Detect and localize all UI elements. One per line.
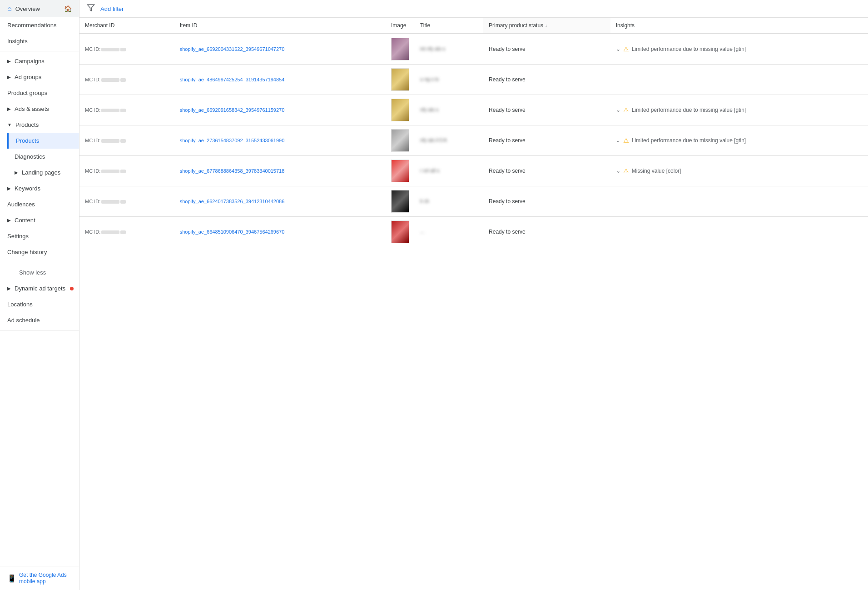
product-status: Ready to serve [489,76,526,83]
td-item-id[interactable]: shopify_ae_2736154837092_31552433061990 [174,125,386,156]
mobile-app-label: Get the Google Ads mobile app [19,572,72,585]
product-status: Ready to serve [489,107,526,113]
sidebar-item-adgroups[interactable]: ▶ Ad groups [0,69,79,85]
item-id-link[interactable]: shopify_ae_6624017383526_39412310442086 [180,199,285,204]
th-insights: Insights [610,18,868,34]
item-id-link[interactable]: shopify_ae_6648510906470_39467564269670 [180,229,285,235]
sidebar-item-settings[interactable]: Settings [0,228,79,244]
td-title: int nfy als s [415,34,483,65]
td-image [386,65,415,95]
chevron-right-icon: ▶ [7,59,11,64]
item-id-link[interactable]: shopify_ae_6778688864358_39783340015718 [180,168,285,174]
item-id-link[interactable]: shopify_ae_4864997425254_31914357194854 [180,77,285,82]
sidebar-divider-1 [0,51,79,51]
sidebar-change-history-label: Change history [7,249,47,255]
td-item-id[interactable]: shopify_ae_6648510906470_39467564269670 [174,217,386,247]
sidebar-item-content[interactable]: ▶ Content [0,212,79,228]
sidebar-item-landing-pages[interactable]: ▶ Landing pages [7,165,79,180]
td-item-id[interactable]: shopify_ae_6692004331622_39549671047270 [174,34,386,65]
item-id-link[interactable]: shopify_ae_6692091658342_39549761159270 [180,107,285,113]
td-item-id[interactable]: shopify_ae_6778688864358_39783340015718 [174,156,386,186]
td-title: r ort all s [415,156,483,186]
add-filter-button[interactable]: Add filter [100,5,124,12]
td-merchant-id: MC ID: [79,34,174,65]
sidebar-item-recommendations[interactable]: Recommendations [0,17,79,33]
warning-icon: ⚠ [623,167,629,175]
td-item-id[interactable]: shopify_ae_4864997425254_31914357194854 [174,65,386,95]
mc-id-cell: MC ID: [85,168,169,174]
table-header-row: Merchant ID Item ID Image Title Primary … [79,18,868,34]
chevron-right-icon-6: ▶ [7,218,11,223]
mobile-app-link[interactable]: 📱 Get the Google Ads mobile app [7,572,72,585]
td-image [386,156,415,186]
sidebar-recommendations-label: Recommendations [7,22,56,29]
sidebar-item-audiences[interactable]: Audiences [0,196,79,212]
td-merchant-id: MC ID: [79,65,174,95]
sidebar-item-diagnostics[interactable]: Diagnostics [7,149,79,165]
product-status: Ready to serve [489,198,526,205]
td-insights: ⌄ ⚠ Limited performance due to missing v… [610,34,868,65]
sidebar-keywords-label: Keywords [15,185,40,192]
td-item-id[interactable]: shopify_ae_6692091658342_39549761159270 [174,95,386,125]
td-insights [610,217,868,247]
home-filled-icon: 🏠 [64,5,72,12]
chevron-right-icon-3: ▶ [7,106,11,111]
insights-chevron[interactable]: ⌄ [616,46,620,52]
insights-chevron[interactable]: ⌄ [616,168,620,174]
product-status: Ready to serve [489,229,526,235]
sidebar-item-keywords[interactable]: ▶ Keywords [0,180,79,196]
sidebar-item-ads-assets[interactable]: ▶ Ads & assets [0,101,79,117]
sidebar-item-campaigns[interactable]: ▶ Campaigns [0,53,79,69]
sidebar-settings-label: Settings [7,233,29,240]
product-image [391,160,409,182]
table-row: MC ID: shopify_ae_4864997425254_31914357… [79,65,868,95]
th-primary-status[interactable]: Primary product status ↓ [483,18,610,34]
sidebar-item-overview[interactable]: ⌂ Overview 🏠 [0,0,79,17]
main-content: Add filter Merchant ID Item ID Image Tit… [79,0,868,590]
insights-chevron[interactable]: ⌄ [616,137,620,144]
td-image [386,95,415,125]
sidebar-item-change-history[interactable]: Change history [0,244,79,260]
mc-id-cell: MC ID: [85,107,169,113]
td-status: Ready to serve [483,125,610,156]
td-merchant-id: MC ID: [79,217,174,247]
item-id-link[interactable]: shopify_ae_6692004331622_39549671047270 [180,46,285,52]
sidebar-item-ad-schedule[interactable]: Ad schedule [0,312,79,328]
sidebar-item-dynamic-ad[interactable]: ▶ Dynamic ad targets [0,280,79,296]
sidebar-ad-schedule-label: Ad schedule [7,317,40,324]
sidebar-item-products-group[interactable]: ▼ Products [0,117,79,133]
th-item-id: Item ID [174,18,386,34]
product-title: k ck [420,198,429,205]
product-status: Ready to serve [489,168,526,174]
sort-icon[interactable]: ↓ [545,23,547,28]
product-image [391,38,409,60]
insights-cell: ⌄ ⚠ Limited performance due to missing v… [616,45,863,53]
td-status: Ready to serve [483,156,610,186]
sidebar-footer: 📱 Get the Google Ads mobile app [0,566,79,590]
th-image: Image [386,18,415,34]
sidebar-divider-3 [0,330,79,330]
mc-id-cell: MC ID: [85,46,169,52]
insights-cell: ⌄ ⚠ Limited performance due to missing v… [616,106,863,114]
phone-icon: 📱 [7,574,16,583]
products-table: Merchant ID Item ID Image Title Primary … [79,18,868,247]
sidebar-item-product-groups[interactable]: Product groups [0,85,79,101]
mc-id-cell: MC ID: [85,199,169,204]
sidebar-item-insights[interactable]: Insights [0,33,79,49]
item-id-link[interactable]: shopify_ae_2736154837092_31552433061990 [180,138,285,143]
sidebar-item-locations[interactable]: Locations [0,296,79,312]
td-status: Ready to serve [483,34,610,65]
td-item-id[interactable]: shopify_ae_6624017383526_39412310442086 [174,186,386,217]
product-image [391,99,409,121]
sidebar-ads-assets-label: Ads & assets [15,105,49,112]
insights-cell: ⌄ ⚠ Limited performance due to missing v… [616,137,863,144]
td-merchant-id: MC ID: [79,95,174,125]
insights-text: Limited performance due to missing value… [632,46,746,52]
table-row: MC ID: shopify_ae_2736154837092_31552433… [79,125,868,156]
td-status: Ready to serve [483,217,610,247]
sidebar-item-show-less[interactable]: — Show less [0,264,79,280]
insights-chevron[interactable]: ⌄ [616,107,620,113]
sidebar-item-products[interactable]: Products [7,133,79,149]
td-title: nfy als il 0 A [415,125,483,156]
product-image [391,68,409,91]
